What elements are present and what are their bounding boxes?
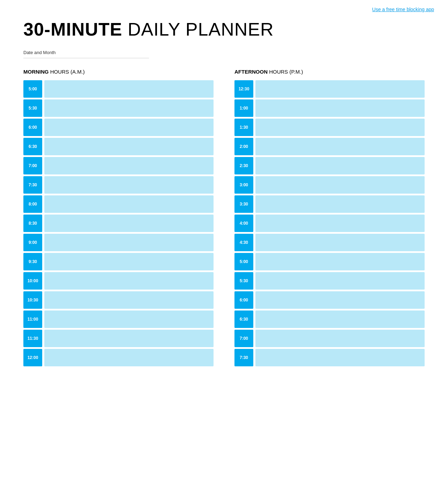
time-block[interactable] xyxy=(44,157,214,174)
time-block[interactable] xyxy=(255,138,425,155)
time-badge: 12:00 xyxy=(23,349,42,366)
time-block[interactable] xyxy=(44,176,214,194)
time-block[interactable] xyxy=(255,234,425,251)
morning-rows: 5:005:306:006:307:007:308:008:309:009:30… xyxy=(23,80,214,366)
time-row: 12:00 xyxy=(23,349,214,366)
time-badge: 5:00 xyxy=(234,253,253,270)
time-block[interactable] xyxy=(44,272,214,290)
top-link[interactable]: Use a free time blocking app xyxy=(372,7,434,12)
time-badge: 5:30 xyxy=(234,272,253,290)
time-row: 1:00 xyxy=(234,99,425,117)
afternoon-header: AFTERNOON HOURS (P.M.) xyxy=(234,69,425,75)
time-badge: 2:30 xyxy=(234,157,253,174)
time-block[interactable] xyxy=(255,195,425,213)
time-badge: 6:00 xyxy=(23,119,42,136)
time-badge: 3:00 xyxy=(234,176,253,194)
time-row: 2:00 xyxy=(234,138,425,155)
time-row: 10:00 xyxy=(23,272,214,290)
time-block[interactable] xyxy=(255,99,425,117)
time-row: 7:30 xyxy=(234,349,425,366)
time-badge: 3:30 xyxy=(234,195,253,213)
time-badge: 10:00 xyxy=(23,272,42,290)
page-title: 30-MINUTE DAILY PLANNER xyxy=(23,20,425,39)
time-row: 6:00 xyxy=(234,291,425,309)
time-badge: 5:00 xyxy=(23,80,42,98)
time-badge: 8:00 xyxy=(23,195,42,213)
afternoon-rows: 12:301:001:302:002:303:003:304:004:305:0… xyxy=(234,80,425,366)
time-row: 11:00 xyxy=(23,311,214,328)
title-rest: DAILY PLANNER xyxy=(122,19,274,39)
time-row: 5:00 xyxy=(23,80,214,98)
time-badge: 9:00 xyxy=(23,234,42,251)
time-block[interactable] xyxy=(44,291,214,309)
time-badge: 7:00 xyxy=(234,330,253,347)
time-badge: 9:30 xyxy=(23,253,42,270)
time-row: 9:00 xyxy=(23,234,214,251)
time-block[interactable] xyxy=(44,80,214,98)
time-row: 7:30 xyxy=(23,176,214,194)
time-block[interactable] xyxy=(255,349,425,366)
time-badge: 6:30 xyxy=(23,138,42,155)
time-block[interactable] xyxy=(44,138,214,155)
time-block[interactable] xyxy=(255,176,425,194)
time-block[interactable] xyxy=(255,215,425,232)
time-badge: 10:30 xyxy=(23,291,42,309)
time-row: 2:30 xyxy=(234,157,425,174)
time-block[interactable] xyxy=(255,119,425,136)
time-block[interactable] xyxy=(44,330,214,347)
time-row: 7:00 xyxy=(234,330,425,347)
time-badge: 7:00 xyxy=(23,157,42,174)
time-block[interactable] xyxy=(44,119,214,136)
time-badge: 6:00 xyxy=(234,291,253,309)
time-row: 5:30 xyxy=(234,272,425,290)
time-block[interactable] xyxy=(44,234,214,251)
time-badge: 11:30 xyxy=(23,330,42,347)
time-badge: 6:30 xyxy=(234,311,253,328)
time-block[interactable] xyxy=(44,311,214,328)
time-row: 10:30 xyxy=(23,291,214,309)
time-row: 3:00 xyxy=(234,176,425,194)
time-block[interactable] xyxy=(44,253,214,270)
morning-header: MORNING HOURS (A.M.) xyxy=(23,69,214,75)
time-row: 4:30 xyxy=(234,234,425,251)
time-block[interactable] xyxy=(44,349,214,366)
time-row: 6:00 xyxy=(23,119,214,136)
time-badge: 5:30 xyxy=(23,99,42,117)
date-label: Date and Month xyxy=(23,50,425,55)
time-badge: 4:00 xyxy=(234,215,253,232)
time-badge: 7:30 xyxy=(23,176,42,194)
time-row: 6:30 xyxy=(234,311,425,328)
planner-grid: MORNING HOURS (A.M.) 5:005:306:006:307:0… xyxy=(0,58,448,379)
time-block[interactable] xyxy=(255,330,425,347)
morning-column: MORNING HOURS (A.M.) 5:005:306:006:307:0… xyxy=(23,69,214,368)
time-badge: 11:00 xyxy=(23,311,42,328)
time-badge: 7:30 xyxy=(234,349,253,366)
time-block[interactable] xyxy=(44,195,214,213)
time-badge: 12:30 xyxy=(234,80,253,98)
time-row: 12:30 xyxy=(234,80,425,98)
time-badge: 2:00 xyxy=(234,138,253,155)
time-block[interactable] xyxy=(44,99,214,117)
time-row: 11:30 xyxy=(23,330,214,347)
title-bold: 30-MINUTE xyxy=(23,19,122,39)
time-badge: 4:30 xyxy=(234,234,253,251)
time-row: 3:30 xyxy=(234,195,425,213)
time-row: 5:30 xyxy=(23,99,214,117)
time-row: 6:30 xyxy=(23,138,214,155)
time-row: 4:00 xyxy=(234,215,425,232)
time-block[interactable] xyxy=(255,80,425,98)
time-row: 8:00 xyxy=(23,195,214,213)
time-row: 8:30 xyxy=(23,215,214,232)
time-row: 7:00 xyxy=(23,157,214,174)
time-row: 1:30 xyxy=(234,119,425,136)
time-block[interactable] xyxy=(255,272,425,290)
time-block[interactable] xyxy=(255,157,425,174)
time-badge: 1:30 xyxy=(234,119,253,136)
time-badge: 1:00 xyxy=(234,99,253,117)
time-row: 5:00 xyxy=(234,253,425,270)
time-block[interactable] xyxy=(44,215,214,232)
time-block[interactable] xyxy=(255,311,425,328)
time-row: 9:30 xyxy=(23,253,214,270)
time-block[interactable] xyxy=(255,253,425,270)
time-block[interactable] xyxy=(255,291,425,309)
